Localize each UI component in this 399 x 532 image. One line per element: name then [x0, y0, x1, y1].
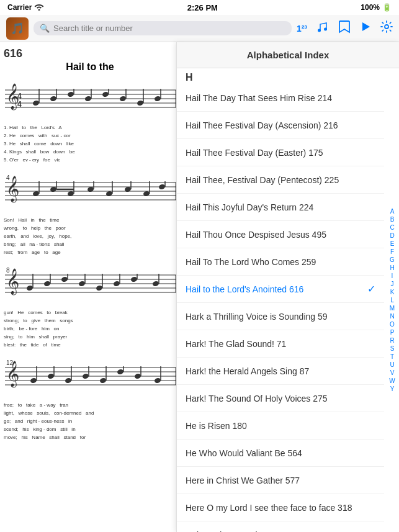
- staff-svg-3: 𝄞 8: [4, 263, 177, 306]
- list-item[interactable]: Hail To The Lord Who Comes 259: [177, 248, 384, 276]
- lyrics-block-4: free; to take a - way tran light, whose …: [4, 402, 176, 441]
- lyric-line-4: 4. Kings shall bow down be: [4, 148, 176, 156]
- list-item-text: Hail Thee Festival Day (Easter) 175: [186, 148, 375, 158]
- list-item-text: Hail To The Lord Who Comes 259: [186, 257, 375, 267]
- svg-text:4: 4: [6, 174, 10, 181]
- list-item[interactable]: Hark! The Sound Of Holy Voices 275: [177, 385, 384, 412]
- carrier-label: Carrier: [7, 3, 32, 12]
- alpha-letter-n[interactable]: N: [387, 313, 398, 320]
- list-item[interactable]: Hark a Thrilling Voice is Sounding 59: [177, 303, 384, 330]
- svg-point-63: [26, 285, 34, 291]
- wifi-icon: [34, 3, 44, 12]
- index-list[interactable]: H Hail The Day That Sees Him Rise 214Hai…: [177, 68, 399, 532]
- alpha-letter-w[interactable]: W: [387, 377, 398, 385]
- staff-svg-1: 𝄞 4 4: [4, 78, 177, 121]
- list-item[interactable]: Hail to the Lord's Anointed 616✓: [177, 276, 384, 303]
- bookmark-icon[interactable]: [338, 20, 351, 37]
- search-box[interactable]: 🔍: [34, 21, 292, 35]
- list-item[interactable]: Hail Thee Festival Day (Ascension) 216: [177, 112, 384, 139]
- svg-point-75: [130, 276, 138, 282]
- alpha-letter-i[interactable]: I: [387, 273, 398, 280]
- list-item[interactable]: Here in Christ We Gather 577: [177, 467, 384, 494]
- list-item[interactable]: He is Risen 180: [177, 412, 384, 440]
- hymn-number: 616: [4, 47, 176, 60]
- alpha-letter-a[interactable]: A: [387, 208, 398, 215]
- svg-point-26: [137, 100, 144, 106]
- battery-icon: 🔋: [382, 3, 392, 12]
- list-item-text: Hark! The Glad Sound! 71: [186, 339, 375, 349]
- alpha-letter-p[interactable]: P: [387, 329, 398, 336]
- svg-point-99: [134, 373, 141, 379]
- lyric-line-2: 2. He comes with suc - cor: [4, 132, 176, 140]
- svg-point-0: [38, 9, 40, 11]
- lyric-b3-2: strong; to give them songs: [4, 317, 176, 325]
- lyric-b2-3: earth, and love, joy, hope,: [4, 233, 176, 240]
- list-item[interactable]: Holy God, We Praise Your Name 366: [177, 521, 384, 532]
- search-input[interactable]: [53, 24, 285, 33]
- alpha-letter-g[interactable]: G: [387, 256, 398, 264]
- toolbar: 🎵 🔍 1²³: [0, 15, 399, 42]
- battery-label: 100%: [361, 3, 380, 12]
- alpha-letter-m[interactable]: M: [387, 305, 398, 312]
- list-item[interactable]: Hark! the Herald Angels Sing 87: [177, 358, 384, 385]
- svg-point-91: [65, 377, 72, 384]
- lyric-b2-2: wrong, to help the poor: [4, 225, 176, 232]
- list-item-text: Here in Christ We Gather 577: [186, 476, 375, 485]
- list-item[interactable]: Hail The Day That Sees Him Rise 214: [177, 84, 384, 112]
- list-item-text: Holy God, We Praise Your Name 366: [186, 530, 375, 533]
- svg-text:12: 12: [6, 359, 14, 366]
- lyric-b4-5: move; his Name shall stand for: [4, 434, 176, 441]
- svg-point-69: [78, 281, 86, 287]
- main-content: 616 Hail to the 𝄞 4 4: [0, 42, 399, 532]
- alpha-letter-h[interactable]: H: [387, 264, 398, 272]
- lyric-b4-1: free; to take a - way tran: [4, 402, 176, 409]
- numbered-icon[interactable]: 1²³: [297, 24, 307, 34]
- section-header-h: H: [177, 68, 384, 84]
- svg-point-65: [43, 281, 51, 287]
- gear-icon[interactable]: [380, 20, 393, 36]
- alphabet-sidebar[interactable]: ABCDEFGHIJKLMNOPRSTUVWY: [385, 68, 399, 532]
- alpha-letter-f[interactable]: F: [387, 248, 398, 256]
- list-item[interactable]: Hail This Joyful Day's Return 224: [177, 194, 384, 221]
- list-item[interactable]: Hark! The Glad Sound! 71: [177, 330, 384, 358]
- list-item[interactable]: Hail Thee, Festival Day (Pentecost) 225: [177, 166, 384, 194]
- list-item-text: He Who Would Valiant Be 564: [186, 448, 375, 458]
- list-item-text: Hark! The Sound Of Holy Voices 275: [186, 394, 375, 404]
- alpha-letter-v[interactable]: V: [387, 369, 398, 377]
- lyric-line-5: 5. O'er ev - ery foe vic: [4, 156, 176, 164]
- svg-text:4: 4: [17, 100, 22, 109]
- svg-point-4: [385, 25, 388, 29]
- alpha-letter-s[interactable]: S: [387, 345, 398, 353]
- checkmark-icon: ✓: [367, 283, 375, 295]
- alpha-letter-b[interactable]: B: [387, 216, 398, 223]
- music-font-icon[interactable]: [316, 20, 330, 37]
- lyric-line-3: 3. He shall come down like: [4, 140, 176, 148]
- svg-point-28: [154, 96, 161, 102]
- lyrics-block-2: Son! Hail in the time wrong, to help the…: [4, 217, 176, 256]
- alpha-letter-l[interactable]: L: [387, 297, 398, 304]
- list-item-text: Hail Thee Festival Day (Ascension) 216: [186, 120, 375, 130]
- list-item[interactable]: Hail Thee Festival Day (Easter) 175: [177, 139, 384, 166]
- alpha-letter-y[interactable]: Y: [387, 385, 398, 393]
- play-icon[interactable]: [359, 20, 372, 36]
- alpha-letter-e[interactable]: E: [387, 240, 398, 248]
- lyric-line-1: 1. Hail to the Lord's A: [4, 124, 176, 132]
- alpha-letter-k[interactable]: K: [387, 289, 398, 296]
- svg-point-73: [113, 281, 120, 287]
- alpha-letter-o[interactable]: O: [387, 321, 398, 328]
- list-item[interactable]: He Who Would Valiant Be 564: [177, 440, 384, 467]
- svg-point-67: [61, 276, 68, 282]
- lyric-b4-2: light, whose souls, con-demned and: [4, 410, 176, 417]
- alpha-letter-t[interactable]: T: [387, 353, 398, 361]
- alpha-letter-d[interactable]: D: [387, 232, 398, 240]
- lyric-b2-5: rest; from age to age: [4, 249, 176, 256]
- alpha-letter-u[interactable]: U: [387, 361, 398, 369]
- alpha-letter-j[interactable]: J: [387, 281, 398, 288]
- list-item[interactable]: Here O my Lord I see thee face to face 3…: [177, 494, 384, 521]
- alpha-letter-c[interactable]: C: [387, 224, 398, 232]
- alpha-letter-r[interactable]: R: [387, 337, 398, 345]
- svg-point-1: [318, 29, 321, 32]
- staff-section-2: 𝄞 4: [4, 170, 176, 256]
- list-item[interactable]: Hail Thou Once Despised Jesus 495: [177, 221, 384, 248]
- lyric-b3-5: blest: the tide of time: [4, 341, 176, 349]
